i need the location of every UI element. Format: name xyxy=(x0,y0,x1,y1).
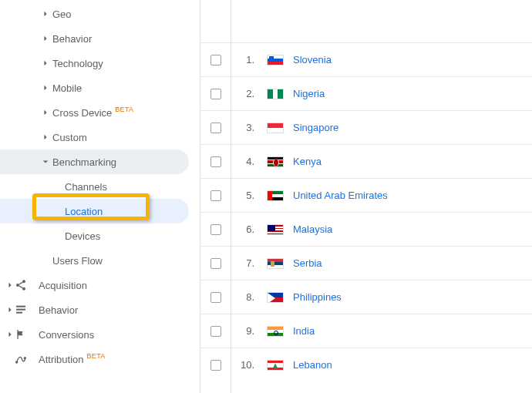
flag-icon xyxy=(267,55,284,66)
sidebar-section-conversions[interactable]: Conversions xyxy=(0,322,200,347)
svg-point-7 xyxy=(24,358,25,359)
table-row: 7.Serbia xyxy=(200,246,532,280)
country-link[interactable]: India xyxy=(293,325,315,337)
checkbox-column-border xyxy=(200,0,231,393)
table-row: 9.India xyxy=(200,314,532,348)
sidebar-item-label: Geo xyxy=(52,8,72,20)
sidebar-item-devices[interactable]: Devices xyxy=(0,223,200,248)
table-row: 5.United Arab Emirates xyxy=(200,178,532,212)
svg-point-1 xyxy=(16,284,19,287)
sidebar: GeoBehaviorTechnologyMobileCross DeviceB… xyxy=(0,0,200,393)
table-row: 8.Philippines xyxy=(200,280,532,314)
svg-point-2 xyxy=(22,287,25,291)
row-rank: 7. xyxy=(231,257,259,269)
caret-right-icon xyxy=(42,134,49,140)
row-rank: 3. xyxy=(231,122,259,133)
sidebar-item-label: Benchmarking xyxy=(52,156,116,168)
sidebar-item-custom[interactable]: Custom xyxy=(0,125,200,149)
attribution-icon xyxy=(14,353,28,365)
table-row: 3.Singapore xyxy=(200,110,532,144)
sidebar-item-label: Users Flow xyxy=(52,255,103,267)
caret-right-icon xyxy=(42,35,49,42)
sidebar-section-label: Conversions xyxy=(39,329,94,341)
row-rank: 9. xyxy=(231,325,259,337)
row-rank: 1. xyxy=(231,54,259,66)
flag-icon xyxy=(267,258,284,269)
sidebar-section-attribution[interactable]: AttributionBETA xyxy=(0,347,200,371)
caret-right-icon xyxy=(42,60,49,66)
table-row: 1.Slovenia xyxy=(200,42,532,76)
caret-right-icon xyxy=(42,85,49,91)
svg-rect-5 xyxy=(16,312,22,314)
flag-icon xyxy=(267,156,284,167)
sidebar-item-label: Location xyxy=(65,206,103,217)
sidebar-item-geo[interactable]: Geo xyxy=(0,2,200,26)
flag-icon xyxy=(267,326,284,337)
country-link[interactable]: Singapore xyxy=(293,122,338,133)
flag-icon xyxy=(14,328,28,341)
share-icon xyxy=(14,279,28,291)
sidebar-item-users-flow[interactable]: Users Flow xyxy=(0,248,200,273)
country-link[interactable]: Malaysia xyxy=(293,223,332,235)
sidebar-item-location[interactable]: Location xyxy=(0,199,189,223)
flag-icon xyxy=(267,292,284,303)
table-row: 2.Nigeria xyxy=(200,76,532,110)
beta-badge: BETA xyxy=(115,106,133,113)
sidebar-section-behavior[interactable]: Behavior xyxy=(0,297,200,322)
flag-icon xyxy=(267,224,284,235)
country-link[interactable]: United Arab Emirates xyxy=(293,190,388,201)
country-link[interactable]: Lebanon xyxy=(293,359,332,371)
sidebar-item-channels[interactable]: Channels xyxy=(0,174,200,199)
svg-rect-4 xyxy=(16,309,25,311)
sidebar-item-benchmarking[interactable]: Benchmarking xyxy=(0,149,189,174)
svg-point-0 xyxy=(22,280,25,283)
table-row: 6.Malaysia xyxy=(200,212,532,246)
sidebar-item-label: Cross Device xyxy=(52,107,112,119)
caret-down-icon xyxy=(42,159,49,165)
sidebar-item-label: Channels xyxy=(65,181,107,193)
sidebar-item-label: Mobile xyxy=(52,82,82,94)
sidebar-item-label: Technology xyxy=(52,58,103,69)
sidebar-section-label: Behavior xyxy=(39,304,78,316)
sidebar-section-acquisition[interactable]: Acquisition xyxy=(0,273,200,297)
country-link[interactable]: Nigeria xyxy=(293,88,325,99)
caret-right-icon xyxy=(42,11,49,17)
sidebar-item-label: Behavior xyxy=(52,33,92,45)
table-row: 4.Kenya xyxy=(200,144,532,178)
flag-icon xyxy=(267,190,284,201)
svg-point-6 xyxy=(16,361,18,363)
sidebar-item-cross-device[interactable]: Cross DeviceBETA xyxy=(0,100,200,125)
row-rank: 5. xyxy=(231,190,259,201)
sidebar-section-label: Acquisition xyxy=(39,280,87,291)
sidebar-item-mobile[interactable]: Mobile xyxy=(0,76,200,100)
row-rank: 4. xyxy=(231,156,259,167)
flag-icon xyxy=(267,360,284,371)
report-table: 1.Slovenia2.Nigeria3.Singapore4.Kenya5.U… xyxy=(200,0,532,393)
table-row: 10.Lebanon xyxy=(200,348,532,381)
beta-badge: BETA xyxy=(87,352,106,360)
country-link[interactable]: Slovenia xyxy=(293,54,332,66)
svg-rect-3 xyxy=(16,306,25,307)
country-link[interactable]: Philippines xyxy=(293,291,342,303)
flag-icon xyxy=(267,123,284,133)
sidebar-item-behavior[interactable]: Behavior xyxy=(0,26,200,51)
row-rank: 6. xyxy=(231,223,259,235)
country-link[interactable]: Kenya xyxy=(293,156,322,167)
list-icon xyxy=(14,304,28,316)
sidebar-item-technology[interactable]: Technology xyxy=(0,51,200,76)
row-rank: 8. xyxy=(231,291,259,303)
sidebar-item-label: Custom xyxy=(52,132,87,143)
country-link[interactable]: Serbia xyxy=(293,257,322,269)
sidebar-item-label: Devices xyxy=(65,230,100,242)
flag-icon xyxy=(267,89,284,99)
sidebar-section-label: Attribution xyxy=(39,354,84,365)
row-rank: 10. xyxy=(231,359,259,371)
caret-right-icon xyxy=(42,109,49,116)
row-rank: 2. xyxy=(231,88,259,99)
